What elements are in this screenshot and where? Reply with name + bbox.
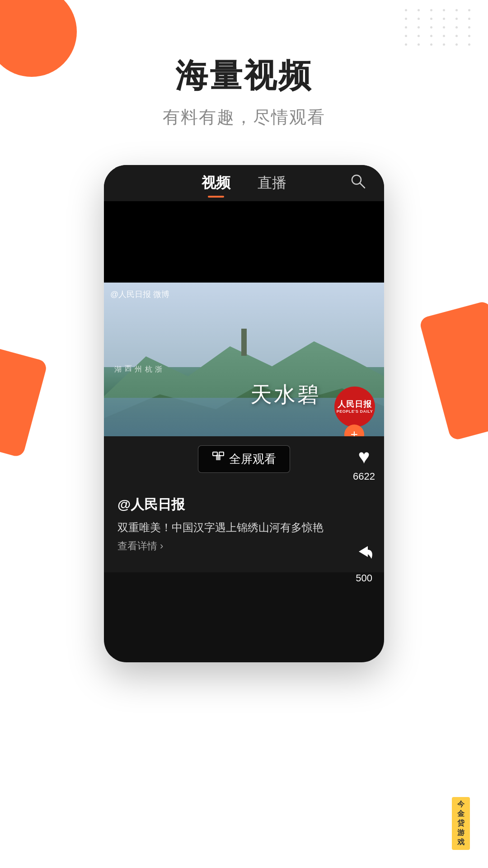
peoples-daily-logo[interactable]: 人民日报 PEOPLE'S DAILY: [334, 387, 375, 427]
tab-video[interactable]: 视频: [202, 173, 230, 193]
tab-active-indicator: [208, 196, 224, 198]
share-action[interactable]: [355, 542, 375, 563]
video-pagoda: [241, 329, 247, 356]
like-count: 6622: [353, 471, 375, 482]
like-action[interactable]: ♥ 6622: [353, 445, 375, 482]
video-content-area: @人民日报 微博 浙杭州西湖 天水碧 人民日报 PEOPLE'S DAILY +: [104, 283, 384, 572]
phone-mockup: 视频 直播: [104, 165, 384, 662]
video-thumbnail[interactable]: @人民日报 微博 浙杭州西湖 天水碧 人民日报 PEOPLE'S DAILY +: [104, 283, 384, 436]
search-icon[interactable]: [350, 173, 366, 193]
peoples-daily-en-text: PEOPLE'S DAILY: [337, 409, 373, 414]
video-bottom-info: @人民日报 双重唯美！中国汉字遇上锦绣山河有多惊艳 查看详情 ›: [104, 482, 384, 572]
phone-mockup-wrapper: 视频 直播: [0, 165, 488, 662]
video-top-black-area: [104, 201, 384, 283]
phone-nav-bar: 视频 直播: [104, 165, 384, 201]
fullscreen-label: 全屏观看: [229, 451, 276, 467]
video-controls-bar: 全屏观看: [104, 436, 384, 482]
read-more-link[interactable]: 查看详情 ›: [117, 539, 163, 553]
svg-point-0: [352, 175, 361, 184]
video-description: 双重唯美！中国汉字遇上锦绣山河有多惊艳: [117, 519, 371, 536]
tab-live[interactable]: 直播: [258, 173, 286, 193]
peoples-daily-cn-text: 人民日报: [338, 400, 372, 410]
video-controls-section: 全屏观看 ♥ 6622 ★ 662: [104, 436, 384, 572]
page-main-title: 海量视频: [0, 54, 488, 98]
video-calligraphy-text: 天水碧: [250, 380, 321, 409]
watermark-label: 今金贷游戏: [452, 797, 470, 850]
like-icon: ♥: [358, 445, 370, 468]
fullscreen-icon: [212, 451, 225, 467]
header-section: 海量视频 有料有趣，尽情观看: [0, 0, 488, 129]
svg-rect-4: [216, 455, 221, 460]
video-source-label: @人民日报 微博: [110, 289, 169, 300]
svg-line-1: [360, 184, 365, 188]
phone-tabs: 视频 直播: [202, 173, 286, 193]
fullscreen-button[interactable]: 全屏观看: [198, 445, 290, 473]
video-author: @人民日报: [117, 495, 371, 514]
comment-count: 500: [356, 572, 372, 584]
page-sub-title: 有料有趣，尽情观看: [0, 106, 488, 129]
